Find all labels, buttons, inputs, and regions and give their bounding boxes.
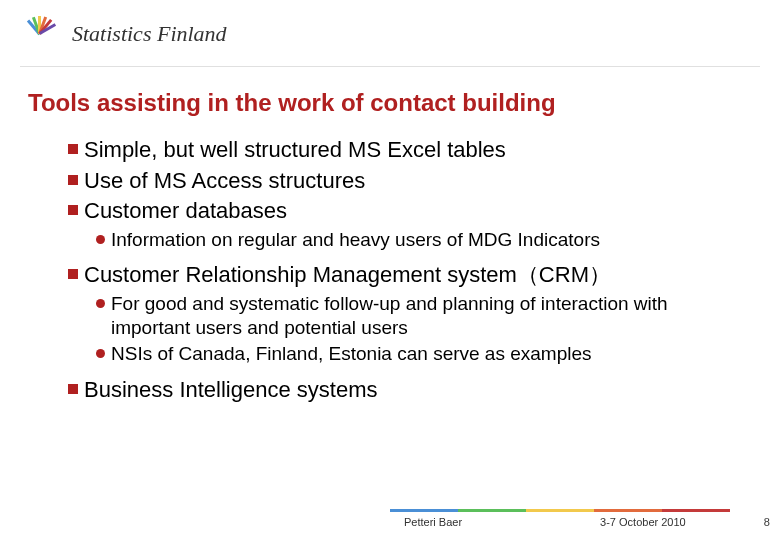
content-area: Simple, but well structured MS Excel tab… bbox=[0, 127, 780, 404]
bullet-item: Business Intelligence systems bbox=[68, 376, 740, 404]
square-bullet-icon bbox=[68, 144, 78, 154]
circle-bullet-icon bbox=[96, 299, 105, 308]
footer-page-number: 8 bbox=[764, 516, 770, 528]
header: Statistics Finland bbox=[0, 0, 780, 60]
sub-bullet-item: Information on regular and heavy users o… bbox=[96, 228, 740, 252]
square-bullet-icon bbox=[68, 384, 78, 394]
bullet-text: Customer Relationship Management system（… bbox=[84, 261, 611, 289]
footer-author: Petteri Baer bbox=[404, 516, 462, 528]
statistics-finland-logo-icon bbox=[20, 14, 60, 54]
slide-title: Tools assisting in the work of contact b… bbox=[0, 67, 780, 127]
square-bullet-icon bbox=[68, 269, 78, 279]
sub-bullet-text: Information on regular and heavy users o… bbox=[111, 228, 600, 252]
sub-bullet-item: For good and systematic follow-up and pl… bbox=[96, 292, 740, 340]
footer-date: 3-7 October 2010 bbox=[600, 516, 686, 528]
sub-bullet-text: For good and systematic follow-up and pl… bbox=[111, 292, 740, 340]
circle-bullet-icon bbox=[96, 349, 105, 358]
bullet-item: Customer Relationship Management system（… bbox=[68, 261, 740, 289]
bullet-item: Customer databases bbox=[68, 197, 740, 225]
footer: Petteri Baer 3-7 October 2010 8 bbox=[0, 509, 780, 528]
bullet-item: Use of MS Access structures bbox=[68, 167, 740, 195]
footer-color-bar bbox=[390, 509, 730, 512]
sub-bullet-text: NSIs of Canada, Finland, Estonia can ser… bbox=[111, 342, 592, 366]
circle-bullet-icon bbox=[96, 235, 105, 244]
bullet-text: Business Intelligence systems bbox=[84, 376, 377, 404]
bullet-text: Customer databases bbox=[84, 197, 287, 225]
bullet-text: Use of MS Access structures bbox=[84, 167, 365, 195]
square-bullet-icon bbox=[68, 205, 78, 215]
org-name: Statistics Finland bbox=[72, 21, 227, 47]
bullet-text: Simple, but well structured MS Excel tab… bbox=[84, 136, 506, 164]
square-bullet-icon bbox=[68, 175, 78, 185]
bullet-item: Simple, but well structured MS Excel tab… bbox=[68, 136, 740, 164]
sub-bullet-item: NSIs of Canada, Finland, Estonia can ser… bbox=[96, 342, 740, 366]
